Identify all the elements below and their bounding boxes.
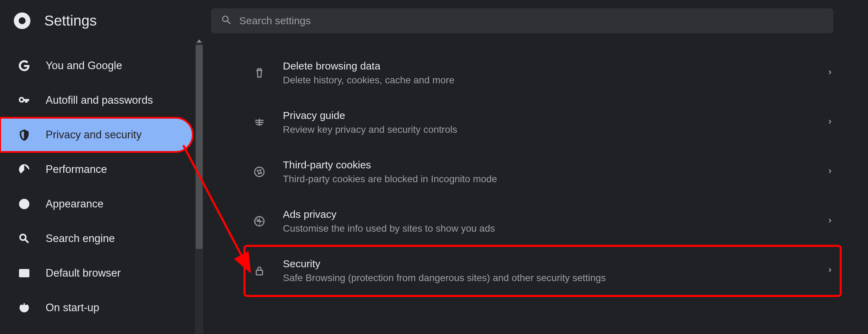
row-title: Ads privacy — [283, 208, 827, 220]
browser-window-icon — [17, 266, 31, 280]
svg-rect-7 — [20, 270, 29, 277]
sidebar-item-performance[interactable]: Performance — [0, 152, 193, 187]
sidebar-item-label: You and Google — [46, 59, 122, 72]
sidebar-item-you-and-google[interactable]: You and Google — [0, 48, 193, 83]
sidebar-item-privacy[interactable]: Privacy and security — [0, 118, 193, 152]
sidebar-item-label: Search engine — [46, 232, 115, 245]
row-desc: Delete history, cookies, cache and more — [283, 75, 827, 86]
sidebar-item-search-engine[interactable]: Search engine — [0, 221, 193, 256]
app-header: Settings — [0, 0, 868, 41]
svg-point-0 — [15, 13, 30, 28]
google-g-icon — [17, 59, 31, 73]
svg-point-16 — [258, 173, 259, 174]
sidebar-item-label: Default browser — [46, 267, 121, 279]
sidebar: You and Google Autofill and passwords Pr… — [0, 41, 203, 334]
svg-point-13 — [255, 167, 264, 177]
chevron-right-icon — [827, 118, 833, 127]
svg-point-17 — [260, 173, 261, 174]
svg-point-2 — [20, 19, 24, 23]
sidebar-scrollbar-thumb[interactable] — [196, 45, 203, 249]
main-content: Delete browsing data Delete history, coo… — [203, 41, 868, 334]
settings-row-delete-data[interactable]: Delete browsing data Delete history, coo… — [245, 48, 840, 98]
row-title: Third-party cookies — [283, 159, 827, 171]
chrome-logo-icon — [14, 12, 30, 29]
row-title: Privacy guide — [283, 110, 827, 121]
row-title: Delete browsing data — [283, 60, 827, 72]
row-text: Delete browsing data Delete history, coo… — [283, 60, 827, 86]
svg-point-15 — [260, 170, 261, 171]
palette-icon — [17, 197, 31, 211]
svg-point-1 — [19, 17, 26, 24]
sidebar-item-default-browser[interactable]: Default browser — [0, 256, 193, 290]
sidebar-item-label: Privacy and security — [46, 129, 141, 141]
row-text: Privacy guide Review key privacy and sec… — [283, 110, 827, 135]
chevron-right-icon — [827, 168, 833, 176]
row-desc: Safe Browsing (protection from dangerous… — [283, 272, 827, 284]
sidebar-item-appearance[interactable]: Appearance — [0, 187, 193, 221]
scroll-arrow-up-icon[interactable] — [197, 39, 202, 43]
settings-row-third-party-cookies[interactable]: Third-party cookies Third-party cookies … — [245, 147, 840, 197]
lock-icon — [252, 263, 267, 278]
row-text: Security Safe Browsing (protection from … — [283, 258, 827, 284]
sidebar-item-startup[interactable]: On start-up — [0, 290, 193, 325]
ads-icon — [252, 214, 267, 229]
row-desc: Third-party cookies are blocked in Incog… — [283, 174, 827, 185]
settings-row-privacy-guide[interactable]: Privacy guide Review key privacy and sec… — [245, 98, 840, 147]
svg-point-5 — [24, 201, 25, 202]
row-text: Ads privacy Customise the info used by s… — [283, 208, 827, 234]
settings-row-ads-privacy[interactable]: Ads privacy Customise the info used by s… — [245, 197, 840, 246]
page-title: Settings — [44, 12, 97, 29]
key-icon — [17, 93, 31, 107]
svg-point-14 — [257, 170, 258, 171]
row-text: Third-party cookies Third-party cookies … — [283, 159, 827, 185]
row-desc: Customise the info used by sites to show… — [283, 223, 827, 234]
trash-icon — [252, 65, 267, 81]
body-area: You and Google Autofill and passwords Pr… — [0, 41, 868, 334]
row-desc: Review key privacy and security controls — [283, 124, 827, 135]
search-icon — [221, 14, 239, 27]
search-container — [211, 8, 833, 33]
sidebar-scrollbar[interactable] — [195, 41, 203, 334]
shield-icon — [17, 128, 31, 142]
search-input[interactable] — [239, 15, 824, 27]
speedometer-icon — [17, 163, 31, 176]
search-icon — [17, 232, 31, 245]
row-title: Security — [283, 258, 827, 270]
chevron-right-icon — [827, 217, 833, 225]
sidebar-item-label: Performance — [46, 163, 107, 176]
search-box[interactable] — [211, 8, 833, 33]
chevron-right-icon — [827, 69, 833, 77]
svg-point-4 — [21, 202, 23, 204]
cookie-icon — [252, 164, 267, 179]
svg-rect-19 — [256, 270, 262, 275]
sidebar-item-label: Appearance — [46, 198, 103, 210]
sidebar-item-autofill[interactable]: Autofill and passwords — [0, 83, 193, 118]
svg-point-6 — [26, 202, 27, 204]
settings-row-security[interactable]: Security Safe Browsing (protection from … — [245, 246, 840, 296]
guide-icon — [252, 115, 267, 130]
power-icon — [17, 301, 31, 315]
sidebar-item-label: On start-up — [46, 301, 99, 314]
chevron-right-icon — [827, 267, 833, 275]
sidebar-item-label: Autofill and passwords — [46, 94, 153, 106]
